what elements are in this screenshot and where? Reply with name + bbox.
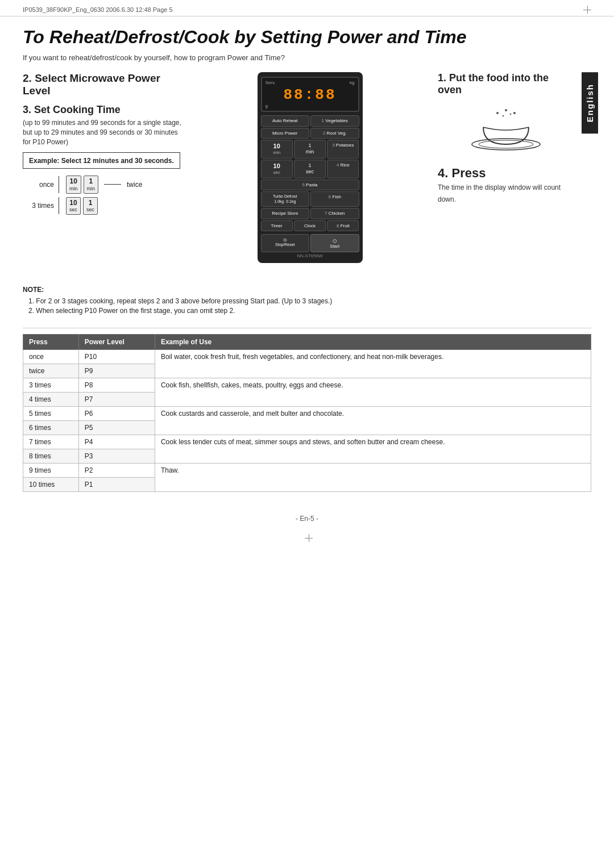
page-header: IP0539_38F90KP_Eng_0630 2006.6.30 12:48 … xyxy=(0,0,614,16)
table-row: once P10 Boil water, cook fresh fruit, f… xyxy=(23,350,591,364)
btn-10sec-unit: sec xyxy=(69,207,77,213)
press-cell: 7 times xyxy=(23,435,79,449)
svg-point-6 xyxy=(510,114,512,115)
note-item-1: 1. For 2 or 3 stages cooking, repeat ste… xyxy=(23,297,591,305)
btn-1sec-top: 1 xyxy=(86,199,94,207)
model-label: NN-ST656W xyxy=(261,253,359,258)
step4-label: Press xyxy=(451,166,486,180)
btn-1min-unit: min xyxy=(87,186,96,192)
content-area: 2. Select Microwave Power Level 3. Set C… xyxy=(0,72,614,263)
btn-1min[interactable]: 1 min xyxy=(294,140,326,158)
btn-start[interactable]: ◇ Start xyxy=(310,234,359,252)
example-cell: Thaw. xyxy=(155,464,591,492)
btn-8-fruit[interactable]: 8 Fruit xyxy=(327,220,359,232)
step3-number: 3. xyxy=(23,104,31,115)
btn-turbo-defrost[interactable]: Turbo Defrost 1.0kg0.1kg xyxy=(261,191,310,207)
svg-point-5 xyxy=(503,115,504,117)
press-boxes-3times: 10 sec 1 sec xyxy=(66,197,98,215)
example-cell: Boil water, cook fresh fruit, fresh vege… xyxy=(155,350,591,378)
example-label: Example: Select 12 minutes and 30 second… xyxy=(29,157,174,165)
step3-section: 3. Set Cooking Time (up to 99 minutes an… xyxy=(23,104,182,215)
step1-number: 1. xyxy=(438,72,446,84)
button-grid: Auto Reheat 1 Vegetables Micro Power 2 R… xyxy=(261,115,359,252)
btn-micro-power[interactable]: Micro Power xyxy=(261,128,310,139)
press-cell: 5 times xyxy=(23,407,79,421)
example-cell: Cook custards and casserole, and melt bu… xyxy=(155,407,591,435)
table-section: Press Power Level Example of Use once P1… xyxy=(0,334,614,509)
btn-auto-reheat[interactable]: Auto Reheat xyxy=(261,115,310,127)
btn-6-fish[interactable]: 6 Fish xyxy=(310,191,359,207)
press-boxes-once: 10 min 1 min xyxy=(66,176,98,193)
btn-10min-unit: min xyxy=(69,186,78,192)
level-cell: P8 xyxy=(78,378,155,393)
btn-row-8: Timer Clock 8 Fruit xyxy=(261,220,359,232)
bowl-svg xyxy=(466,102,546,153)
press-cell: 3 times xyxy=(23,378,79,393)
step4-section: 4. Press The time in the display window … xyxy=(438,166,574,205)
col-press: Press xyxy=(23,335,79,350)
note-section: NOTE: 1. For 2 or 3 stages cooking, repe… xyxy=(0,274,614,322)
level-cell: P3 xyxy=(78,449,155,464)
mini-btn-10min: 10 min xyxy=(66,176,81,193)
divider xyxy=(23,328,591,328)
svg-point-3 xyxy=(505,109,507,111)
press-cell: 8 times xyxy=(23,449,79,464)
press-cell: 6 times xyxy=(23,421,79,435)
btn-10min-top: 10 xyxy=(69,177,78,185)
press-cell: 9 times xyxy=(23,464,79,478)
example-box: Example: Select 12 minutes and 30 second… xyxy=(23,152,180,169)
press-cell: 10 times xyxy=(23,478,79,492)
btn-timer[interactable]: Timer xyxy=(261,220,293,232)
display-area: Serv. kg 88:88 g xyxy=(261,77,359,112)
btn-10min[interactable]: 10 min xyxy=(261,140,293,158)
table-row: 5 times P6 Cook custards and casserole, … xyxy=(23,407,591,421)
mini-btn-10sec: 10 sec xyxy=(66,197,81,215)
btn-1sec[interactable]: 1 sec xyxy=(294,160,326,178)
step4-title: 4. Press xyxy=(438,166,574,181)
step1-title: 1. Put the food into the oven xyxy=(438,72,574,96)
header-crosshair-icon xyxy=(583,6,591,14)
once-label: once xyxy=(23,181,54,189)
btn-4-rice[interactable]: 4 Rice xyxy=(327,160,359,178)
btn-3-potatoes[interactable]: 3 Potatoes xyxy=(327,140,359,158)
level-cell: P1 xyxy=(78,478,155,492)
left-steps: 2. Select Microwave Power Level 3. Set C… xyxy=(23,72,182,220)
press-row-3times: 3 times 10 sec 1 sec xyxy=(23,197,182,215)
level-cell: P7 xyxy=(78,393,155,407)
example-cell: Cook less tender cuts of meat, simmer so… xyxy=(155,435,591,464)
step1-label: Put the food into the oven xyxy=(438,72,549,95)
step2-label: Select Microwave Power Level xyxy=(23,72,160,97)
g-label: g xyxy=(265,103,355,108)
btn-7-chicken[interactable]: 7 Chicken xyxy=(310,208,359,219)
btn-1-vegetables[interactable]: 1 Vegetables xyxy=(310,115,359,127)
btn-1sec-unit: sec xyxy=(86,207,94,213)
mini-btn-1min: 1 min xyxy=(84,176,99,193)
table-header-row: Press Power Level Example of Use xyxy=(23,335,591,350)
step2-number: 2. xyxy=(23,72,32,84)
level-cell: P6 xyxy=(78,407,155,421)
btn-row-4: 10 sec 1 sec 4 Rice xyxy=(261,160,359,178)
3times-label: 3 times xyxy=(23,202,54,210)
step3-label: Set Cooking Time xyxy=(34,104,121,115)
level-cell: P10 xyxy=(78,350,155,364)
btn-stop-reset[interactable]: ⊙ Stop/Reset xyxy=(261,234,310,252)
btn-2-rootveg[interactable]: 2 Root Veg. xyxy=(310,128,359,139)
btn-row-7: Recipe Store 7 Chicken xyxy=(261,208,359,219)
btn-row-bottom: ⊙ Stop/Reset ◇ Start xyxy=(261,234,359,252)
step4-desc-line2: down. xyxy=(438,195,574,205)
press-cell: 4 times xyxy=(23,393,79,407)
btn-row-2: Micro Power 2 Root Veg. xyxy=(261,128,359,139)
btn-recipe-store[interactable]: Recipe Store xyxy=(261,208,310,219)
btn-clock[interactable]: Clock xyxy=(294,220,326,232)
table-row: 7 times P4 Cook less tender cuts of meat… xyxy=(23,435,591,449)
btn-5-pasta[interactable]: 5 Pasta xyxy=(261,180,359,191)
col-example: Example of Use xyxy=(155,335,591,350)
col-power-level: Power Level xyxy=(78,335,155,350)
btn-10sec[interactable]: 10 sec xyxy=(261,160,293,178)
level-cell: P2 xyxy=(78,464,155,478)
btn-row-5: 5 Pasta xyxy=(261,180,359,191)
twice-label: twice xyxy=(127,181,142,189)
note-items: 1. For 2 or 3 stages cooking, repeat ste… xyxy=(23,297,591,315)
subtitle: If you want to reheat/defrost/cook by yo… xyxy=(0,53,614,72)
btn-row-6: Turbo Defrost 1.0kg0.1kg 6 Fish xyxy=(261,191,359,207)
